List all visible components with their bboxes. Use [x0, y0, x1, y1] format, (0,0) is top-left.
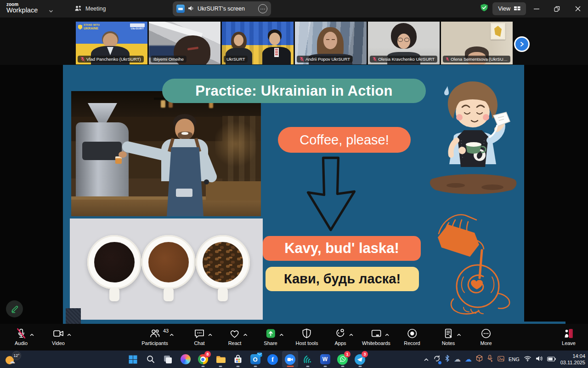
chevron-down-icon[interactable]: [49, 6, 53, 15]
taskbar-clock[interactable]: 14:04 03.11.2025: [560, 353, 585, 366]
video-tile-andrii-popov[interactable]: Andrii Popov UkrSURT: [295, 22, 367, 64]
apps-caret[interactable]: [349, 330, 353, 338]
more-button[interactable]: More: [480, 327, 492, 346]
share-screen-icon: [265, 328, 277, 339]
chevron-right-icon: [519, 41, 525, 47]
view-button[interactable]: View: [492, 2, 526, 15]
facebook-button[interactable]: f: [265, 351, 281, 368]
muted-mic-icon: [446, 57, 449, 62]
minimize-button[interactable]: [526, 0, 547, 17]
onedrive-paused-icon[interactable]: ☁: [454, 355, 461, 363]
share-button[interactable]: Share: [264, 327, 277, 346]
outlook-icon: O: [250, 354, 260, 364]
chat-caret[interactable]: [208, 330, 212, 338]
file-explorer-button[interactable]: [212, 351, 228, 368]
copilot-button[interactable]: [177, 351, 193, 368]
shared-screen-area: Practice: Ukrainian in Action Coffee, pl…: [0, 65, 588, 324]
language-indicator[interactable]: ENG: [509, 356, 520, 362]
chat-button[interactable]: Chat: [193, 327, 205, 346]
telegram-button[interactable]: 3: [352, 351, 368, 368]
react-button[interactable]: React: [228, 327, 242, 346]
annotate-button[interactable]: [6, 300, 23, 317]
copilot-icon: [181, 354, 191, 364]
zoom-icon: [285, 354, 295, 365]
new-mail-badge: [257, 352, 262, 357]
tab-shared-screen[interactable]: UkrSURT's screen ⋯: [173, 1, 271, 16]
cup-ground-coffee: [141, 235, 196, 289]
snipping-tray-icon[interactable]: [498, 355, 504, 364]
participants-button[interactable]: 43 Participants: [141, 327, 168, 346]
apps-button[interactable]: Apps: [334, 327, 346, 346]
phrase-transliteration: Kavy, bud' laska!: [263, 236, 421, 261]
participants-filmstrip: STAND WITH UKRAINE UkrSURT Vlad Panchenk…: [0, 17, 588, 65]
video-tile-olesia-kravchenko[interactable]: Olesia Kravchenko UkrSURT: [368, 22, 440, 64]
video-tile-ukrsurt[interactable]: UkrSURT: [222, 22, 294, 64]
outlook-button[interactable]: O: [247, 351, 263, 368]
ukrsurt-logo: UkrSURT: [130, 23, 145, 30]
restore-button[interactable]: [547, 0, 567, 17]
windows-taskbar: ☁ 12° 8 O f W 1 3: [0, 351, 588, 368]
next-participants-button[interactable]: [514, 36, 530, 52]
video-options-caret[interactable]: [67, 330, 71, 338]
audio-button[interactable]: Audio: [15, 327, 28, 346]
cup-coffee-beans: [196, 235, 250, 289]
video-tile-vlad-panchenko[interactable]: STAND WITH UKRAINE UkrSURT Vlad Panchenk…: [76, 22, 147, 64]
more-ellipsis-icon: [480, 328, 492, 339]
view-button-label: View: [498, 6, 510, 12]
facebook-icon: f: [267, 354, 278, 365]
onedrive-icon[interactable]: ☁: [465, 355, 472, 363]
record-button[interactable]: Record: [404, 327, 420, 346]
search-button[interactable]: [142, 351, 158, 368]
tab-meeting[interactable]: Meeting: [70, 0, 110, 17]
microsoft-store-button[interactable]: [230, 351, 246, 368]
whatsapp-button[interactable]: 1: [334, 351, 351, 368]
apron-pocket: [176, 189, 192, 197]
video-button[interactable]: Video: [52, 327, 65, 346]
audio-options-caret[interactable]: [30, 330, 34, 338]
person2-face: [269, 33, 280, 45]
muted-mic-icon: [80, 57, 85, 62]
more-options-icon[interactable]: ⋯: [258, 4, 267, 13]
paint3d-tray-icon[interactable]: [476, 355, 483, 364]
leave-button[interactable]: Leave: [562, 327, 576, 346]
wave-app-button[interactable]: [300, 351, 316, 368]
react-caret[interactable]: [243, 330, 248, 338]
task-view-button[interactable]: [160, 351, 176, 368]
voice-access-tray-icon[interactable]: [487, 355, 493, 364]
wifi-icon[interactable]: [524, 355, 531, 363]
notes-button[interactable]: Notes: [442, 327, 455, 346]
participant-name-badge: Olena Sementsova (UkrSU…: [443, 56, 510, 63]
volume-icon[interactable]: [536, 355, 543, 363]
closed-eye: [326, 39, 329, 40]
telegram-badge: 3: [362, 351, 368, 357]
trident-icon: [78, 24, 82, 29]
chrome-button[interactable]: 8: [195, 351, 211, 368]
bluetooth-icon[interactable]: [445, 355, 450, 364]
pencil-icon: [11, 305, 19, 313]
share-caret[interactable]: [279, 330, 283, 338]
update-sync-icon[interactable]: [433, 355, 441, 364]
security-shield-icon[interactable]: [480, 3, 489, 14]
video-tile-ibiyemi-omeihe[interactable]: Ibiyemi Omeihe: [149, 22, 220, 64]
clock-date: 03.11.2025: [560, 359, 585, 366]
whiteboards-caret[interactable]: [385, 330, 389, 338]
whiteboards-button[interactable]: Whiteboards: [362, 327, 390, 346]
stand-with-ukraine-banner: STAND WITH UKRAINE: [78, 24, 100, 30]
video-tile-olena-sementsova[interactable]: Olena Sementsova (UkrSU…: [441, 22, 513, 64]
weather-widget[interactable]: ☁ 12°: [5, 351, 27, 367]
windows-logo-icon: [128, 355, 138, 364]
host-tools-button[interactable]: Host tools: [296, 327, 318, 346]
banner-line2: UKRAINE: [84, 27, 100, 30]
word-button[interactable]: W: [317, 351, 333, 368]
cup-black-coffee: [87, 235, 141, 289]
battery-icon[interactable]: [547, 355, 556, 363]
close-button[interactable]: [567, 0, 588, 17]
word-icon: W: [320, 354, 330, 364]
participants-count: 43: [163, 328, 169, 334]
tray-expand-chevron[interactable]: [424, 355, 429, 363]
start-button[interactable]: [125, 351, 141, 368]
store-bag-icon: [233, 354, 243, 364]
zoom-app-button[interactable]: [282, 351, 298, 368]
participants-caret[interactable]: [170, 330, 174, 338]
notes-caret[interactable]: [457, 330, 461, 338]
